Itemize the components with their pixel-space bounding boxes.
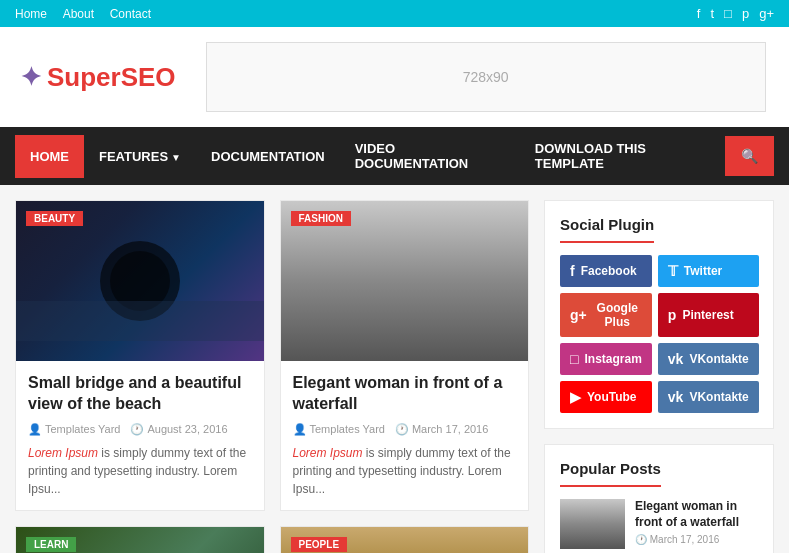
post-image: FASHION [281, 201, 529, 361]
popular-posts-widget: Popular Posts Elegant woman in front of … [544, 444, 774, 553]
pinterest-label: Pinterest [682, 308, 733, 322]
post-author: 👤 Templates Yard [293, 423, 385, 436]
twitter-icon: 𝕋 [668, 263, 678, 279]
twitter-button[interactable]: 𝕋 Twitter [658, 255, 759, 287]
ad-text: 728x90 [463, 69, 509, 85]
nav-about[interactable]: About [63, 7, 94, 21]
nav-home[interactable]: Home [15, 7, 47, 21]
chevron-down-icon: ▼ [171, 152, 181, 163]
post-card: FASHION Elegant woman in front of a wate… [280, 200, 530, 511]
popular-posts-title: Popular Posts [560, 460, 661, 487]
sidebar: Social Plugin f Facebook 𝕋 Twitter g+ Go… [544, 200, 774, 553]
youtube-button[interactable]: ▶ YouTube [560, 381, 652, 413]
posts-grid: BEAUTY Small bridge and a beautiful view… [15, 200, 529, 553]
post-title[interactable]: Small bridge and a beautiful view of the… [28, 373, 252, 415]
post-image: BEAUTY [16, 201, 264, 361]
vkontakte-button-2[interactable]: vk VKontakte [658, 381, 759, 413]
top-nav: Home About Contact [15, 6, 163, 21]
nav-download[interactable]: DOWNLOAD THIS TEMPLATE [520, 127, 725, 185]
post-body: Small bridge and a beautiful view of the… [16, 361, 264, 510]
logo-icon: ✦ [20, 62, 42, 92]
ad-banner: 728x90 [206, 42, 766, 112]
vkontakte-label-2: VKontakte [689, 390, 748, 404]
main-nav: HOME FEATURES▼ DOCUMENTATION VIDEO DOCUM… [0, 127, 789, 185]
facebook-top-icon[interactable]: f [697, 6, 701, 21]
post-card: BEAUTY Small bridge and a beautiful view… [15, 200, 265, 511]
youtube-label: YouTube [587, 390, 637, 404]
post-body: Elegant woman in front of a waterfall 👤 … [281, 361, 529, 510]
search-button[interactable]: 🔍 [725, 136, 774, 176]
vk-icon: vk [668, 351, 684, 367]
post-tag: BEAUTY [26, 211, 83, 226]
logo-text-static: Super [47, 62, 121, 92]
google-plus-label: Google Plus [593, 301, 642, 329]
google-plus-button[interactable]: g+ Google Plus [560, 293, 652, 337]
post-excerpt: Lorem Ipsum is simply dummy text of the … [28, 444, 252, 498]
nav-features[interactable]: FEATURES▼ [84, 135, 196, 178]
popular-post-thumb [560, 499, 625, 549]
post-tag: PEOPLE [291, 537, 348, 552]
vk-icon-2: vk [668, 389, 684, 405]
social-plugin-title: Social Plugin [560, 216, 654, 243]
post-image: PEOPLE [281, 527, 529, 553]
nav-home-main[interactable]: HOME [15, 135, 84, 178]
instagram-label: Instagram [584, 352, 641, 366]
popular-post-info: Elegant woman in front of a waterfall 🕐 … [635, 499, 758, 545]
post-author: 👤 Templates Yard [28, 423, 120, 436]
header: ✦SuperSEO 728x90 [0, 27, 789, 127]
nav-contact[interactable]: Contact [110, 7, 151, 21]
features-label: FEATURES [99, 149, 168, 164]
popular-post-item: Elegant woman in front of a waterfall 🕐 … [560, 499, 758, 549]
social-icons-top: f t □ p g+ [697, 6, 774, 21]
youtube-icon: ▶ [570, 389, 581, 405]
popular-post-title[interactable]: Elegant woman in front of a waterfall [635, 499, 758, 530]
post-tag: LEARN [26, 537, 76, 552]
pinterest-top-icon[interactable]: p [742, 6, 749, 21]
logo-text-seo: SEO [121, 62, 176, 92]
post-date: 🕐 March 17, 2016 [395, 423, 488, 436]
post-title[interactable]: Elegant woman in front of a waterfall [293, 373, 517, 415]
vkontakte-button-1[interactable]: vk VKontakte [658, 343, 759, 375]
pinterest-button[interactable]: p Pinterest [658, 293, 759, 337]
post-meta: 👤 Templates Yard 🕐 March 17, 2016 [293, 423, 517, 436]
instagram-button[interactable]: □ Instagram [560, 343, 652, 375]
facebook-label: Facebook [581, 264, 637, 278]
post-tag: FASHION [291, 211, 351, 226]
post-meta: 👤 Templates Yard 🕐 August 23, 2016 [28, 423, 252, 436]
nav-documentation[interactable]: DOCUMENTATION [196, 135, 340, 178]
instagram-top-icon[interactable]: □ [724, 6, 732, 21]
post-card: PEOPLE [280, 526, 530, 553]
twitter-label: Twitter [684, 264, 722, 278]
popular-post-date: 🕐 March 17, 2016 [635, 534, 758, 545]
logo[interactable]: ✦SuperSEO [20, 62, 176, 93]
pinterest-icon: p [668, 307, 677, 323]
post-excerpt: Lorem Ipsum is simply dummy text of the … [293, 444, 517, 498]
main-posts: BEAUTY Small bridge and a beautiful view… [15, 200, 529, 553]
post-card: LEARN [15, 526, 265, 553]
post-image: LEARN [16, 527, 264, 553]
twitter-top-icon[interactable]: t [710, 6, 714, 21]
social-plugin-widget: Social Plugin f Facebook 𝕋 Twitter g+ Go… [544, 200, 774, 429]
social-grid: f Facebook 𝕋 Twitter g+ Google Plus p Pi… [560, 255, 758, 413]
google-plus-icon: g+ [570, 307, 587, 323]
top-bar: Home About Contact f t □ p g+ [0, 0, 789, 27]
post-date: 🕐 August 23, 2016 [130, 423, 227, 436]
content-area: BEAUTY Small bridge and a beautiful view… [0, 185, 789, 553]
facebook-icon: f [570, 263, 575, 279]
googleplus-top-icon[interactable]: g+ [759, 6, 774, 21]
facebook-button[interactable]: f Facebook [560, 255, 652, 287]
vkontakte-label-1: VKontakte [689, 352, 748, 366]
instagram-icon: □ [570, 351, 578, 367]
nav-video-documentation[interactable]: VIDEO DOCUMENTATION [340, 127, 520, 185]
